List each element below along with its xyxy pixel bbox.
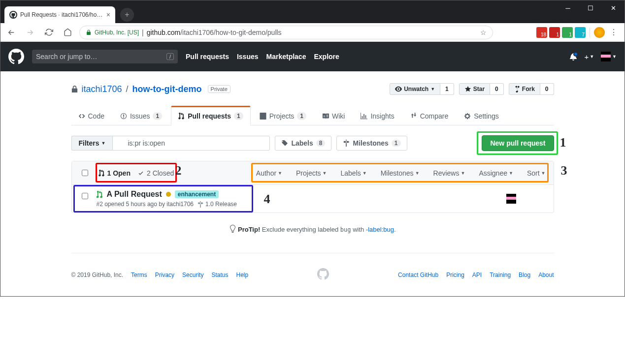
user-menu[interactable]: ▼ <box>601 52 617 61</box>
annotation-number-3: 3 <box>561 163 567 178</box>
github-mark-icon[interactable] <box>248 268 398 281</box>
tab-title: Pull Requests · itachi1706/how-to… <box>20 11 103 18</box>
filter-author[interactable]: Author▼ <box>256 169 282 177</box>
select-row-checkbox[interactable] <box>82 193 88 199</box>
pr-meta: #2 opened 5 hours ago by itachi1706 <box>97 201 194 208</box>
tab-issues[interactable]: Issues1 <box>113 106 169 125</box>
filter-assignee[interactable]: Assignee▼ <box>479 169 513 177</box>
secure-org-label: GitHub, Inc. [US] <box>95 29 139 36</box>
select-all-checkbox[interactable] <box>82 170 88 176</box>
filter-reviews[interactable]: Reviews▼ <box>433 169 465 177</box>
protip-link[interactable]: -label:bug <box>366 226 394 233</box>
footer: © 2019 GitHub, Inc. Terms Privacy Securi… <box>71 253 554 296</box>
github-logo-icon[interactable] <box>8 49 24 64</box>
filter-projects[interactable]: Projects▼ <box>296 169 327 177</box>
footer-terms[interactable]: Terms <box>131 272 147 278</box>
lock-icon <box>71 86 78 93</box>
pr-row[interactable]: A Pull Request enhancement #2 opened 5 h… <box>72 185 554 212</box>
footer-privacy[interactable]: Privacy <box>155 272 174 278</box>
nav-explore[interactable]: Explore <box>314 53 339 61</box>
filter-milestones[interactable]: Milestones▼ <box>381 169 420 177</box>
close-tab-icon[interactable]: × <box>106 11 110 19</box>
extension-icon[interactable]: 18 <box>536 27 547 38</box>
nav-forward-icon[interactable] <box>23 26 37 39</box>
create-new-dropdown[interactable]: +▼ <box>584 53 594 61</box>
filter-sort[interactable]: Sort▼ <box>527 169 546 177</box>
footer-help[interactable]: Help <box>236 272 248 278</box>
github-header: Search or jump to… / Pull requests Issue… <box>0 42 625 71</box>
protip: ProTip! Exclude everything labeled bug w… <box>71 225 554 233</box>
open-prs-filter[interactable]: 1 Open <box>99 169 131 177</box>
visibility-badge: Private <box>208 85 230 93</box>
extension-icon[interactable]: 1 <box>562 27 573 38</box>
nav-home-icon[interactable] <box>61 26 74 39</box>
new-tab-button[interactable]: + <box>120 8 134 22</box>
footer-api[interactable]: API <box>472 272 482 278</box>
footer-security[interactable]: Security <box>182 272 203 278</box>
window-maximize-icon[interactable]: ☐ <box>579 0 602 15</box>
nav-pull-requests[interactable]: Pull requests <box>186 53 229 61</box>
tab-projects[interactable]: Projects1 <box>253 106 313 125</box>
copyright: © 2019 GitHub, Inc. <box>71 272 124 278</box>
footer-training[interactable]: Training <box>490 272 511 278</box>
search-input[interactable] <box>112 136 270 151</box>
bookmark-star-icon[interactable]: ☆ <box>480 29 487 36</box>
omnibox[interactable]: GitHub, Inc. [US] | github.com/itachi170… <box>79 26 493 39</box>
profile-avatar-icon[interactable] <box>594 27 605 38</box>
fork-button[interactable]: Fork <box>509 83 540 95</box>
pr-title[interactable]: A Pull Request <box>107 190 162 199</box>
extension-icon[interactable]: 7 <box>575 27 586 38</box>
slash-key-hint: / <box>166 53 174 60</box>
footer-blog[interactable]: Blog <box>519 272 530 278</box>
pr-milestone[interactable]: 1.0 Release <box>197 201 237 208</box>
github-favicon <box>9 11 17 19</box>
nav-marketplace[interactable]: Marketplace <box>266 53 306 61</box>
watch-count[interactable]: 1 <box>440 83 454 95</box>
star-button[interactable]: Star <box>459 83 490 95</box>
new-pull-request-button[interactable]: New pull request <box>482 135 554 151</box>
browser-tab[interactable]: Pull Requests · itachi1706/how-to… × <box>4 6 115 23</box>
github-search-input[interactable]: Search or jump to… / <box>32 50 178 63</box>
lock-icon <box>86 30 92 35</box>
unwatch-button[interactable]: Unwatch▼ <box>390 83 440 95</box>
tab-pull-requests[interactable]: Pull requests1 <box>171 106 251 125</box>
notifications-bell-icon[interactable] <box>569 53 577 61</box>
window-close-icon[interactable]: ✕ <box>602 0 625 15</box>
pull-request-open-icon <box>97 191 103 198</box>
labels-button[interactable]: Labels8 <box>275 136 331 151</box>
fork-count[interactable]: 0 <box>540 83 554 95</box>
footer-status[interactable]: Status <box>211 272 228 278</box>
filters-dropdown[interactable]: Filters▼ <box>71 136 113 151</box>
nav-back-icon[interactable] <box>4 26 18 39</box>
assignee-avatar-icon[interactable] <box>506 194 516 204</box>
address-bar: GitHub, Inc. [US] | github.com/itachi170… <box>0 23 625 42</box>
nav-issues[interactable]: Issues <box>237 53 259 61</box>
window-minimize-icon[interactable]: ─ <box>557 0 579 15</box>
label-enhancement[interactable]: enhancement <box>175 190 219 198</box>
footer-contact[interactable]: Contact GitHub <box>398 272 438 278</box>
ci-status-pending-icon[interactable] <box>166 192 171 197</box>
repo-owner-link[interactable]: itachi1706 <box>82 84 122 94</box>
browser-tab-strip: Pull Requests · itachi1706/how-to… × + ─… <box>0 0 625 23</box>
tab-wiki[interactable]: Wiki <box>315 106 352 125</box>
tab-compare[interactable]: Compare <box>403 106 456 125</box>
footer-about[interactable]: About <box>538 272 554 278</box>
extension-icon[interactable]: 1 <box>549 27 560 38</box>
tab-code[interactable]: Code <box>71 106 111 125</box>
closed-prs-filter[interactable]: 2 Closed <box>137 169 174 177</box>
nav-reload-icon[interactable] <box>42 26 56 39</box>
user-avatar-icon <box>601 52 611 61</box>
search-placeholder: Search or jump to… <box>36 53 98 61</box>
footer-pricing[interactable]: Pricing <box>446 272 464 278</box>
path-separator: / <box>126 84 129 94</box>
milestones-button[interactable]: Milestones1 <box>336 136 407 151</box>
tab-insights[interactable]: Insights <box>354 106 401 125</box>
chrome-menu-icon[interactable]: ⋮ <box>607 26 621 39</box>
annotation-number-1: 1 <box>560 135 566 150</box>
filter-labels[interactable]: Labels▼ <box>341 169 367 177</box>
star-count[interactable]: 0 <box>490 83 504 95</box>
repo-name-link[interactable]: how-to-git-demo <box>132 84 202 94</box>
url-text: github.com/itachi1706/how-to-git-demo/pu… <box>147 29 282 36</box>
tab-settings[interactable]: Settings <box>457 106 506 125</box>
